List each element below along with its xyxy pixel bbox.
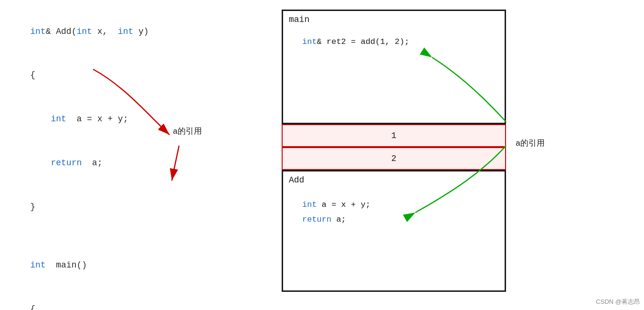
left-code-panel: int& Add(int x, int y) { int a = x + y; … [10,10,258,310]
right-panel: main int& ret2 = add(1, 2); 1 2 Add int … [282,10,606,301]
code-line-3: int a = x + y; [10,97,258,141]
stack-rows: 1 2 [282,124,506,170]
code-line-7: int main() [10,244,258,288]
frame-main-label: main [289,15,309,24]
right-annotation: a的引用 [516,138,545,149]
row-1-value: 1 [391,131,397,140]
code-line-blank [10,229,258,244]
row-2-value: 2 [391,154,397,163]
code-line-5: } [10,185,258,229]
code-line-4: return a; [10,141,258,185]
code-line-8: { [10,287,258,310]
row-1: 1 [282,124,506,147]
frame-add-label: Add [289,175,304,185]
frame-main: main int& ret2 = add(1, 2); [282,10,506,124]
frame-add: Add int a = x + y; return a; [282,170,506,292]
keyword-int: int [30,27,45,36]
frame-main-code: int& ret2 = add(1, 2); [302,37,409,46]
row-2: 2 [282,147,506,170]
watermark: CSDN @蒋志昂 [596,298,640,306]
frame-add-code: int a = x + y; return a; [302,198,370,227]
code-line-2: { [10,53,258,97]
code-line-1: int& Add(int x, int y) [10,10,258,53]
